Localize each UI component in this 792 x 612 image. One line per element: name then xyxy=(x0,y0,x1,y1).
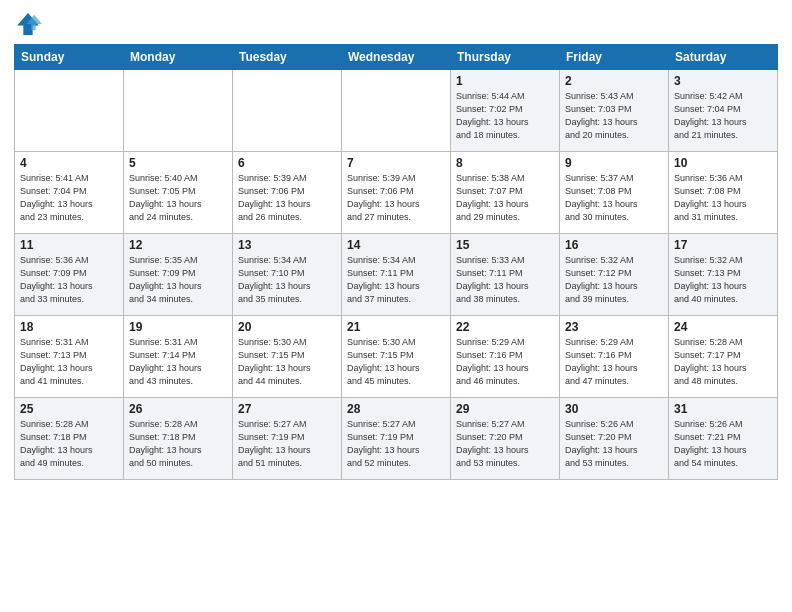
day-number: 22 xyxy=(456,320,554,334)
weekday-header-friday: Friday xyxy=(560,45,669,70)
day-info: Sunrise: 5:30 AM Sunset: 7:15 PM Dayligh… xyxy=(238,336,336,388)
weekday-header-saturday: Saturday xyxy=(669,45,778,70)
day-number: 5 xyxy=(129,156,227,170)
day-number: 1 xyxy=(456,74,554,88)
day-cell: 28Sunrise: 5:27 AM Sunset: 7:19 PM Dayli… xyxy=(342,398,451,480)
day-info: Sunrise: 5:29 AM Sunset: 7:16 PM Dayligh… xyxy=(565,336,663,388)
day-number: 31 xyxy=(674,402,772,416)
day-cell: 2Sunrise: 5:43 AM Sunset: 7:03 PM Daylig… xyxy=(560,70,669,152)
day-info: Sunrise: 5:32 AM Sunset: 7:12 PM Dayligh… xyxy=(565,254,663,306)
day-info: Sunrise: 5:40 AM Sunset: 7:05 PM Dayligh… xyxy=(129,172,227,224)
day-info: Sunrise: 5:30 AM Sunset: 7:15 PM Dayligh… xyxy=(347,336,445,388)
day-number: 28 xyxy=(347,402,445,416)
day-number: 25 xyxy=(20,402,118,416)
day-number: 9 xyxy=(565,156,663,170)
day-number: 13 xyxy=(238,238,336,252)
day-cell: 9Sunrise: 5:37 AM Sunset: 7:08 PM Daylig… xyxy=(560,152,669,234)
day-cell: 12Sunrise: 5:35 AM Sunset: 7:09 PM Dayli… xyxy=(124,234,233,316)
day-number: 8 xyxy=(456,156,554,170)
day-cell: 30Sunrise: 5:26 AM Sunset: 7:20 PM Dayli… xyxy=(560,398,669,480)
day-cell xyxy=(124,70,233,152)
day-cell: 16Sunrise: 5:32 AM Sunset: 7:12 PM Dayli… xyxy=(560,234,669,316)
day-info: Sunrise: 5:33 AM Sunset: 7:11 PM Dayligh… xyxy=(456,254,554,306)
day-cell: 14Sunrise: 5:34 AM Sunset: 7:11 PM Dayli… xyxy=(342,234,451,316)
day-cell: 26Sunrise: 5:28 AM Sunset: 7:18 PM Dayli… xyxy=(124,398,233,480)
day-info: Sunrise: 5:32 AM Sunset: 7:13 PM Dayligh… xyxy=(674,254,772,306)
day-cell: 6Sunrise: 5:39 AM Sunset: 7:06 PM Daylig… xyxy=(233,152,342,234)
day-number: 17 xyxy=(674,238,772,252)
day-info: Sunrise: 5:31 AM Sunset: 7:13 PM Dayligh… xyxy=(20,336,118,388)
day-number: 3 xyxy=(674,74,772,88)
page: SundayMondayTuesdayWednesdayThursdayFrid… xyxy=(0,0,792,612)
weekday-header-tuesday: Tuesday xyxy=(233,45,342,70)
day-info: Sunrise: 5:39 AM Sunset: 7:06 PM Dayligh… xyxy=(347,172,445,224)
day-number: 19 xyxy=(129,320,227,334)
weekday-header-monday: Monday xyxy=(124,45,233,70)
day-cell xyxy=(342,70,451,152)
logo xyxy=(14,10,46,38)
day-number: 29 xyxy=(456,402,554,416)
day-number: 18 xyxy=(20,320,118,334)
day-number: 10 xyxy=(674,156,772,170)
day-info: Sunrise: 5:36 AM Sunset: 7:08 PM Dayligh… xyxy=(674,172,772,224)
day-number: 26 xyxy=(129,402,227,416)
day-cell: 25Sunrise: 5:28 AM Sunset: 7:18 PM Dayli… xyxy=(15,398,124,480)
day-info: Sunrise: 5:26 AM Sunset: 7:20 PM Dayligh… xyxy=(565,418,663,470)
day-info: Sunrise: 5:34 AM Sunset: 7:10 PM Dayligh… xyxy=(238,254,336,306)
day-info: Sunrise: 5:27 AM Sunset: 7:20 PM Dayligh… xyxy=(456,418,554,470)
day-cell: 11Sunrise: 5:36 AM Sunset: 7:09 PM Dayli… xyxy=(15,234,124,316)
week-row-5: 25Sunrise: 5:28 AM Sunset: 7:18 PM Dayli… xyxy=(15,398,778,480)
day-info: Sunrise: 5:28 AM Sunset: 7:18 PM Dayligh… xyxy=(20,418,118,470)
day-number: 11 xyxy=(20,238,118,252)
day-info: Sunrise: 5:44 AM Sunset: 7:02 PM Dayligh… xyxy=(456,90,554,142)
day-cell: 4Sunrise: 5:41 AM Sunset: 7:04 PM Daylig… xyxy=(15,152,124,234)
day-cell: 15Sunrise: 5:33 AM Sunset: 7:11 PM Dayli… xyxy=(451,234,560,316)
day-info: Sunrise: 5:42 AM Sunset: 7:04 PM Dayligh… xyxy=(674,90,772,142)
weekday-header-row: SundayMondayTuesdayWednesdayThursdayFrid… xyxy=(15,45,778,70)
week-row-2: 4Sunrise: 5:41 AM Sunset: 7:04 PM Daylig… xyxy=(15,152,778,234)
day-number: 27 xyxy=(238,402,336,416)
day-number: 7 xyxy=(347,156,445,170)
week-row-4: 18Sunrise: 5:31 AM Sunset: 7:13 PM Dayli… xyxy=(15,316,778,398)
day-cell xyxy=(233,70,342,152)
day-cell: 20Sunrise: 5:30 AM Sunset: 7:15 PM Dayli… xyxy=(233,316,342,398)
day-number: 2 xyxy=(565,74,663,88)
day-cell: 17Sunrise: 5:32 AM Sunset: 7:13 PM Dayli… xyxy=(669,234,778,316)
day-info: Sunrise: 5:36 AM Sunset: 7:09 PM Dayligh… xyxy=(20,254,118,306)
logo-icon xyxy=(14,10,42,38)
day-info: Sunrise: 5:27 AM Sunset: 7:19 PM Dayligh… xyxy=(347,418,445,470)
day-info: Sunrise: 5:26 AM Sunset: 7:21 PM Dayligh… xyxy=(674,418,772,470)
day-info: Sunrise: 5:31 AM Sunset: 7:14 PM Dayligh… xyxy=(129,336,227,388)
header xyxy=(14,10,778,38)
day-info: Sunrise: 5:28 AM Sunset: 7:18 PM Dayligh… xyxy=(129,418,227,470)
day-number: 30 xyxy=(565,402,663,416)
day-cell: 27Sunrise: 5:27 AM Sunset: 7:19 PM Dayli… xyxy=(233,398,342,480)
day-info: Sunrise: 5:37 AM Sunset: 7:08 PM Dayligh… xyxy=(565,172,663,224)
day-number: 15 xyxy=(456,238,554,252)
day-cell: 1Sunrise: 5:44 AM Sunset: 7:02 PM Daylig… xyxy=(451,70,560,152)
day-number: 4 xyxy=(20,156,118,170)
calendar-table: SundayMondayTuesdayWednesdayThursdayFrid… xyxy=(14,44,778,480)
day-info: Sunrise: 5:41 AM Sunset: 7:04 PM Dayligh… xyxy=(20,172,118,224)
day-cell: 24Sunrise: 5:28 AM Sunset: 7:17 PM Dayli… xyxy=(669,316,778,398)
day-cell: 22Sunrise: 5:29 AM Sunset: 7:16 PM Dayli… xyxy=(451,316,560,398)
weekday-header-sunday: Sunday xyxy=(15,45,124,70)
day-cell: 31Sunrise: 5:26 AM Sunset: 7:21 PM Dayli… xyxy=(669,398,778,480)
day-info: Sunrise: 5:27 AM Sunset: 7:19 PM Dayligh… xyxy=(238,418,336,470)
day-info: Sunrise: 5:29 AM Sunset: 7:16 PM Dayligh… xyxy=(456,336,554,388)
day-number: 23 xyxy=(565,320,663,334)
day-cell: 23Sunrise: 5:29 AM Sunset: 7:16 PM Dayli… xyxy=(560,316,669,398)
day-number: 20 xyxy=(238,320,336,334)
day-info: Sunrise: 5:28 AM Sunset: 7:17 PM Dayligh… xyxy=(674,336,772,388)
day-number: 21 xyxy=(347,320,445,334)
day-cell: 19Sunrise: 5:31 AM Sunset: 7:14 PM Dayli… xyxy=(124,316,233,398)
week-row-1: 1Sunrise: 5:44 AM Sunset: 7:02 PM Daylig… xyxy=(15,70,778,152)
day-cell: 5Sunrise: 5:40 AM Sunset: 7:05 PM Daylig… xyxy=(124,152,233,234)
day-info: Sunrise: 5:35 AM Sunset: 7:09 PM Dayligh… xyxy=(129,254,227,306)
day-number: 14 xyxy=(347,238,445,252)
day-number: 16 xyxy=(565,238,663,252)
week-row-3: 11Sunrise: 5:36 AM Sunset: 7:09 PM Dayli… xyxy=(15,234,778,316)
day-cell xyxy=(15,70,124,152)
day-cell: 21Sunrise: 5:30 AM Sunset: 7:15 PM Dayli… xyxy=(342,316,451,398)
day-cell: 7Sunrise: 5:39 AM Sunset: 7:06 PM Daylig… xyxy=(342,152,451,234)
